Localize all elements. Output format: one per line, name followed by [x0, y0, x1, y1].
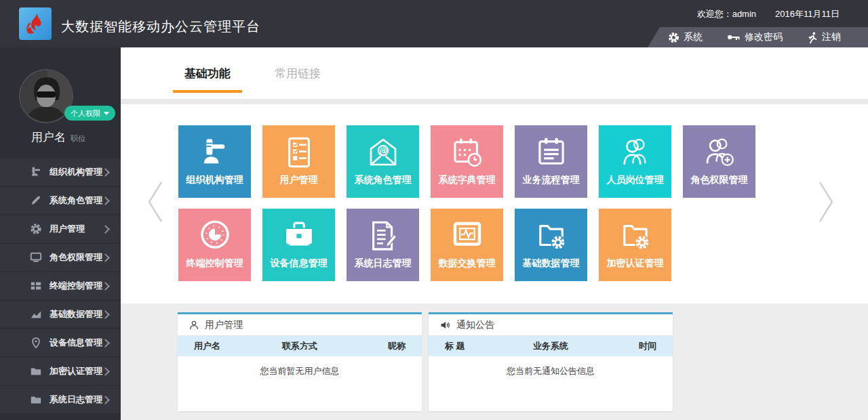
tile-base-data[interactable]: 基础数据管理 [515, 209, 587, 281]
welcome-user: 欢迎您：admin [697, 8, 756, 20]
sidebar: 个人权限 用户名 职位 组织机构管理 系统角色管理 [0, 47, 121, 420]
tile-data-exchange[interactable]: 数据交换管理 [431, 209, 503, 281]
tile-label: 终端控制管理 [186, 257, 243, 270]
chevron-right-icon [101, 339, 110, 348]
document-pen-icon [365, 217, 401, 254]
carousel-next-button[interactable] [816, 180, 835, 224]
tile-personnel-posts[interactable]: 人员岗位管理 [599, 125, 671, 198]
brand-logo[interactable] [19, 7, 52, 40]
chevron-down-icon [104, 112, 109, 115]
sidebar-item-device-info[interactable]: 设备信息管理 [0, 329, 121, 356]
tile-role-permissions[interactable]: 角色权限管理 [683, 125, 755, 198]
current-date: 2016年11月11日 [775, 8, 840, 20]
tab-common-links[interactable]: 常用链接 [267, 47, 328, 99]
sidebar-item-system-roles[interactable]: 系统角色管理 [0, 187, 121, 214]
chevron-right-icon [101, 310, 110, 319]
column-header: 时间 [586, 340, 673, 352]
users-panel-header: 用户管理 [178, 314, 422, 336]
notices-empty-message: 您当前无通知公告信息 [429, 365, 673, 377]
sidebar-item-role-permissions[interactable]: 角色权限管理 [0, 244, 121, 271]
chevron-right-icon [101, 282, 110, 291]
tile-label: 系统日志管理 [355, 257, 412, 270]
carousel-prev-button[interactable] [146, 180, 165, 224]
sidebar-item-terminal-control[interactable]: 终端控制管理 [0, 272, 121, 299]
sidebar-item-label: 终端控制管理 [50, 280, 102, 292]
tile-system-roles[interactable]: @ 系统角色管理 [347, 125, 419, 198]
notices-panel-header: 通知公告 [429, 314, 673, 336]
system-label: 系统 [684, 31, 703, 43]
tile-label: 系统角色管理 [355, 174, 412, 186]
folder-gear-icon [533, 217, 570, 254]
sidebar-item-label: 系统角色管理 [50, 194, 102, 207]
column-header: 联系方式 [264, 340, 335, 352]
chevron-right-icon [101, 196, 110, 205]
chevron-right-icon [101, 367, 110, 376]
users-empty-message: 您当前暂无用户信息 [178, 365, 422, 377]
sidebar-item-label: 设备信息管理 [50, 337, 102, 349]
change-password-label: 修改密码 [745, 31, 783, 43]
notices-table-header: 标 题 业务系统 时间 [429, 336, 673, 356]
envelope-at-icon: @ [365, 134, 401, 171]
sidebar-item-base-data[interactable]: 基础数据管理 [0, 301, 121, 328]
notices-panel-title: 通知公告 [456, 319, 494, 331]
sidebar-item-org-management[interactable]: 组织机构管理 [0, 159, 121, 186]
sidebar-item-label: 基础数据管理 [50, 308, 102, 320]
key-icon [727, 33, 741, 42]
tab-basic-functions[interactable]: 基础功能 [173, 47, 242, 99]
people-icon [617, 134, 654, 171]
username-text: 用户名 [31, 129, 66, 145]
role-text: 职位 [71, 133, 85, 144]
folder-icon [30, 365, 42, 377]
separator-strip [121, 99, 868, 104]
tile-label: 系统字典管理 [439, 174, 496, 186]
system-button[interactable]: 系统 [668, 31, 703, 43]
chevron-right-icon [101, 396, 110, 404]
sidebar-item-system-logs[interactable]: 系统日志管理 [0, 386, 121, 413]
change-password-button[interactable]: 修改密码 [727, 31, 783, 43]
chevron-right-icon [101, 225, 110, 234]
sidebar-item-label: 用户管理 [50, 223, 102, 235]
users-table-header: 用户名 联系方式 昵称 [178, 336, 422, 356]
folder-icon [30, 394, 42, 406]
tile-business-process[interactable]: 业务流程管理 [515, 125, 587, 198]
speaker-icon [439, 320, 451, 331]
logout-label: 注销 [822, 31, 841, 43]
area-chart-icon [30, 308, 42, 320]
folder-gear-icon [617, 217, 654, 254]
tile-system-dictionary[interactable]: 系统字典管理 [431, 125, 503, 198]
column-header: 昵称 [335, 340, 422, 352]
tile-carousel: 组织机构管理 用户管理 [121, 104, 868, 303]
logout-button[interactable]: 注销 [807, 31, 841, 43]
header-actions-bar: 系统 修改密码 注销 [648, 27, 868, 47]
sidebar-item-user-management[interactable]: 用户管理 [0, 215, 121, 243]
clipboard-icon [533, 134, 570, 171]
tile-org-management[interactable]: 组织机构管理 [178, 125, 251, 198]
tile-device-info[interactable]: 设备信息管理 [262, 209, 335, 281]
logout-icon [807, 32, 818, 43]
main-content: 基础功能 常用链接 组织机构管理 [121, 47, 868, 420]
page-title: 大数据智能移动办公云管理平台 [61, 0, 260, 50]
column-header: 标 题 [429, 340, 515, 352]
gear-icon [668, 32, 679, 43]
chevron-right-icon [101, 253, 110, 262]
tile-user-management[interactable]: 用户管理 [262, 125, 335, 198]
welcome-bar: 欢迎您：admin 2016年11月11日 [697, 8, 840, 20]
tile-label: 角色权限管理 [691, 174, 748, 186]
tile-label: 设备信息管理 [271, 257, 328, 270]
tile-label: 数据交换管理 [439, 257, 496, 270]
tile-terminal-control[interactable]: 终端控制管理 [178, 209, 251, 281]
tile-label: 组织机构管理 [186, 174, 243, 186]
briefcase-icon [281, 217, 317, 254]
tile-system-logs[interactable]: 系统日志管理 [347, 209, 419, 281]
tile-label: 人员岗位管理 [607, 174, 664, 186]
profile-names: 用户名 职位 [31, 129, 85, 145]
sidebar-item-encryption-auth[interactable]: 加密认证管理 [0, 358, 121, 385]
app-window: 大数据智能移动办公云管理平台 欢迎您：admin 2016年11月11日 系统 [0, 0, 868, 420]
tile-encryption-auth[interactable]: 加密认证管理 [599, 209, 671, 281]
gavel-icon [197, 134, 233, 171]
list-grid-icon [30, 280, 42, 292]
gavel-icon [30, 166, 42, 178]
location-pin-icon [30, 337, 42, 349]
personal-permission-badge[interactable]: 个人权限 [64, 106, 115, 121]
bottom-section: 用户管理 用户名 联系方式 昵称 您当前暂无用户信息 通知公告 [121, 303, 868, 420]
